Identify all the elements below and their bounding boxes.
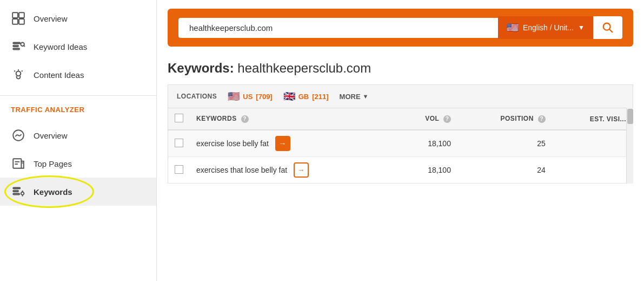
row2-est-visits <box>552 157 633 184</box>
search-bar: 🇺🇸 English / Unit... ▼ <box>168 9 633 47</box>
sidebar-item-label: Top Pages <box>34 159 72 168</box>
svg-rect-4 <box>13 42 20 43</box>
vol-help-icon[interactable]: ? <box>443 115 451 123</box>
keywords-table: KEYWORDS ? VOL ? POSITION ? EST. VISI. <box>168 108 633 184</box>
sidebar-top-section: Overview Keyword Ideas <box>0 0 156 93</box>
svg-line-11 <box>14 70 15 71</box>
row2-checkbox[interactable] <box>175 165 183 174</box>
svg-rect-2 <box>12 19 18 24</box>
svg-point-21 <box>21 192 24 195</box>
row2-keyword: exercises that lose belly fat → <box>190 157 394 184</box>
search-icon <box>602 22 614 34</box>
table-header-row: KEYWORDS ? VOL ? POSITION ? EST. VISI. <box>168 108 633 130</box>
sidebar: Overview Keyword Ideas <box>0 0 157 281</box>
th-keywords: KEYWORDS ? <box>190 108 394 130</box>
sidebar-item-top-pages[interactable]: Top Pages <box>0 149 156 178</box>
locations-label: LOCATIONS <box>177 93 217 100</box>
sidebar-item-overview[interactable]: Overview <box>0 4 156 32</box>
sidebar-item-ta-overview[interactable]: Overview <box>0 121 156 149</box>
row1-arrow-button[interactable]: → <box>275 136 290 151</box>
table-row: exercise lose belly fat → 18,100 25 <box>168 130 633 157</box>
sidebar-item-label: Overview <box>34 131 68 140</box>
svg-rect-6 <box>13 48 19 49</box>
us-flag: 🇺🇸 <box>228 90 240 102</box>
locations-bar: LOCATIONS 🇺🇸 US [709] 🇬🇧 GB [211] MORE ▼ <box>168 84 633 108</box>
svg-line-8 <box>24 45 25 47</box>
row1-checkbox[interactable] <box>175 139 183 147</box>
th-checkbox <box>168 108 190 130</box>
row2-checkbox-cell <box>168 157 190 184</box>
us-flag: 🇺🇸 <box>507 22 519 34</box>
row1-position: 25 <box>457 130 552 157</box>
location-gb[interactable]: 🇬🇧 GB [211] <box>283 90 329 102</box>
language-selector[interactable]: 🇺🇸 English / Unit... ▼ <box>498 16 593 39</box>
svg-rect-5 <box>13 45 18 47</box>
svg-rect-18 <box>13 187 20 188</box>
row1-est-visits <box>552 130 633 157</box>
th-est-visits: EST. VISI... <box>552 108 633 130</box>
position-help-icon[interactable]: ? <box>538 115 546 123</box>
gb-flag: 🇬🇧 <box>283 90 295 102</box>
header-checkbox[interactable] <box>175 114 183 122</box>
content-ideas-icon <box>11 67 26 82</box>
svg-point-7 <box>21 42 24 46</box>
svg-line-12 <box>22 70 23 71</box>
svg-rect-0 <box>12 12 18 18</box>
ta-overview-icon <box>11 128 26 143</box>
location-us[interactable]: 🇺🇸 US [709] <box>228 90 272 102</box>
search-button[interactable] <box>593 16 622 39</box>
svg-rect-19 <box>13 191 18 192</box>
table-row: exercises that lose belly fat → 18,100 2… <box>168 157 633 184</box>
table-area: LOCATIONS 🇺🇸 US [709] 🇬🇧 GB [211] MORE ▼ <box>157 84 644 281</box>
language-label: English / Unit... <box>523 23 574 32</box>
sidebar-item-keyword-ideas[interactable]: Keyword Ideas <box>0 32 156 61</box>
more-locations-button[interactable]: MORE ▼ <box>340 93 369 101</box>
sidebar-item-label: Content Ideas <box>34 70 84 80</box>
page-title: Keywords: healthkeepersclub.com <box>157 55 644 84</box>
overview-icon <box>11 11 26 26</box>
sidebar-item-keywords[interactable]: Keywords <box>0 178 156 206</box>
sidebar-divider <box>0 95 156 96</box>
keywords-help-icon[interactable]: ? <box>241 115 249 123</box>
svg-rect-3 <box>19 19 24 24</box>
row1-checkbox-cell <box>168 130 190 157</box>
top-pages-icon <box>11 156 26 171</box>
row1-vol: 18,100 <box>394 130 457 157</box>
keyword-ideas-icon <box>11 39 26 54</box>
main-content: 🇺🇸 English / Unit... ▼ Keywords: healthk… <box>157 0 644 281</box>
row2-arrow-button[interactable]: → <box>294 162 309 178</box>
th-vol: VOL ? <box>394 108 457 130</box>
sidebar-item-content-ideas[interactable]: Content Ideas <box>0 61 156 89</box>
svg-rect-14 <box>13 159 21 168</box>
chevron-down-icon: ▼ <box>363 93 369 100</box>
svg-rect-1 <box>19 12 24 18</box>
traffic-analyzer-title: TRAFFIC ANALYZER <box>0 98 156 117</box>
row2-position: 24 <box>457 157 552 184</box>
row2-vol: 18,100 <box>394 157 457 184</box>
scrollbar-thumb[interactable] <box>627 109 633 124</box>
sidebar-bottom-section: Overview Top Pages <box>0 117 156 210</box>
table-wrapper: KEYWORDS ? VOL ? POSITION ? EST. VISI. <box>168 108 633 184</box>
svg-line-25 <box>609 29 612 32</box>
keywords-icon <box>11 184 26 199</box>
sidebar-item-label: Keywords <box>34 187 72 197</box>
svg-point-9 <box>16 71 21 76</box>
th-position: POSITION ? <box>457 108 552 130</box>
sidebar-item-label: Keyword Ideas <box>34 42 87 51</box>
domain-input[interactable] <box>178 18 498 38</box>
chevron-down-icon: ▼ <box>578 24 585 31</box>
svg-rect-20 <box>13 193 19 194</box>
row1-keyword: exercise lose belly fat → <box>190 130 394 157</box>
scrollbar-track[interactable] <box>626 108 633 184</box>
sidebar-item-label: Overview <box>34 14 68 23</box>
